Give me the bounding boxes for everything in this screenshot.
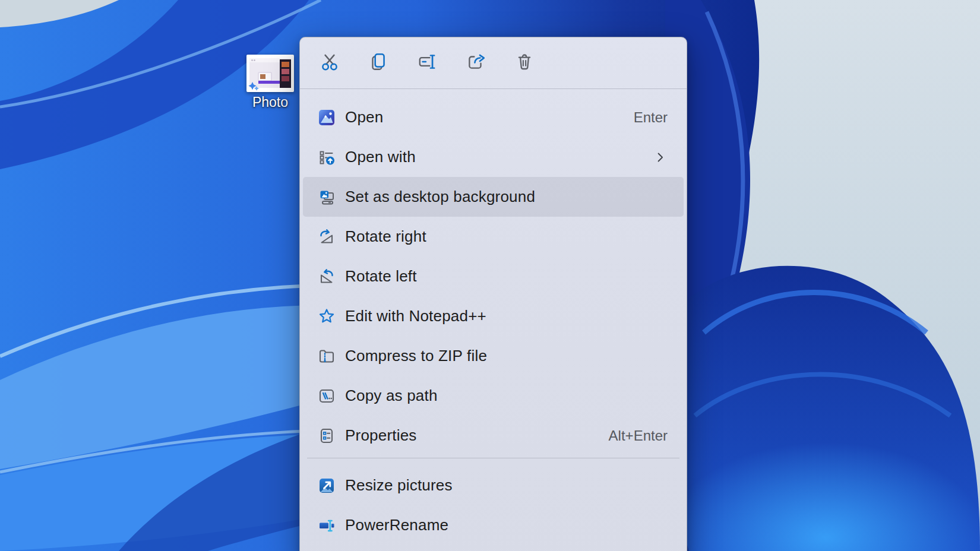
menu-item-label: PowerRename xyxy=(345,516,448,534)
menu-item-shortcut: Enter xyxy=(634,109,668,126)
menu-item-open[interactable]: Open Enter xyxy=(303,97,684,137)
quick-actions-toolbar xyxy=(300,37,687,88)
rename-button[interactable] xyxy=(414,48,440,78)
delete-icon xyxy=(514,52,535,74)
context-menu: Open Enter Open with xyxy=(299,37,687,551)
menu-item-resize-pictures[interactable]: Resize pictures xyxy=(303,466,684,505)
menu-item-properties[interactable]: Properties Alt+Enter xyxy=(303,416,684,455)
menu-item-label: Properties xyxy=(345,426,417,445)
file-thumbnail xyxy=(246,55,294,92)
cut-icon xyxy=(320,52,340,74)
resize-pictures-icon xyxy=(317,476,336,495)
photos-app-icon xyxy=(317,108,336,127)
open-with-icon xyxy=(317,148,336,167)
menu-item-label: Open xyxy=(345,108,383,126)
submenu-chevron-icon xyxy=(652,150,668,165)
menu-item-label: Rotate right xyxy=(345,227,426,246)
rename-icon xyxy=(417,52,437,74)
share-button[interactable] xyxy=(463,48,489,78)
desktop-file-icon[interactable]: Photo xyxy=(238,55,303,110)
menu-separator xyxy=(307,458,679,458)
menu-item-open-with[interactable]: Open with xyxy=(303,137,684,177)
desktop-screen: Photo xyxy=(0,0,980,551)
menu-item-label: Copy as path xyxy=(345,387,438,405)
cut-button[interactable] xyxy=(317,48,343,78)
menu-item-rotate-right[interactable]: Rotate right xyxy=(303,217,684,256)
rotate-left-icon xyxy=(317,267,336,286)
rotate-right-icon xyxy=(317,227,336,246)
desktop-file-label: Photo xyxy=(238,95,303,110)
menu-item-label: Open with xyxy=(345,148,416,166)
menu-item-label: Compress to ZIP file xyxy=(345,347,487,365)
delete-button[interactable] xyxy=(511,48,538,78)
properties-icon xyxy=(317,426,336,445)
copy-icon xyxy=(368,52,388,74)
menu-item-label: Edit with Notepad++ xyxy=(345,307,486,325)
menu-item-label: Rotate left xyxy=(345,267,417,286)
copy-as-path-icon xyxy=(317,387,336,406)
menu-item-shortcut: Alt+Enter xyxy=(609,428,668,444)
menu-item-rotate-left[interactable]: Rotate left xyxy=(303,256,684,296)
menu-items: Open Enter Open with xyxy=(300,89,687,545)
menu-item-edit-with-notepadpp[interactable]: Edit with Notepad++ xyxy=(303,296,684,336)
copy-button[interactable] xyxy=(365,48,391,78)
menu-item-compress-to-zip[interactable]: Compress to ZIP file xyxy=(303,336,684,376)
powerrename-icon xyxy=(317,516,336,535)
zip-folder-icon xyxy=(317,347,336,366)
menu-item-set-desktop-background[interactable]: Set as desktop background xyxy=(303,177,684,217)
menu-item-label: Set as desktop background xyxy=(345,188,535,206)
share-icon xyxy=(466,52,486,74)
menu-item-powerrename[interactable]: PowerRename xyxy=(303,505,684,545)
set-desktop-background-icon xyxy=(317,188,336,207)
menu-item-copy-as-path[interactable]: Copy as path xyxy=(303,376,684,416)
menu-item-label: Resize pictures xyxy=(345,476,453,495)
star-icon xyxy=(317,307,336,326)
